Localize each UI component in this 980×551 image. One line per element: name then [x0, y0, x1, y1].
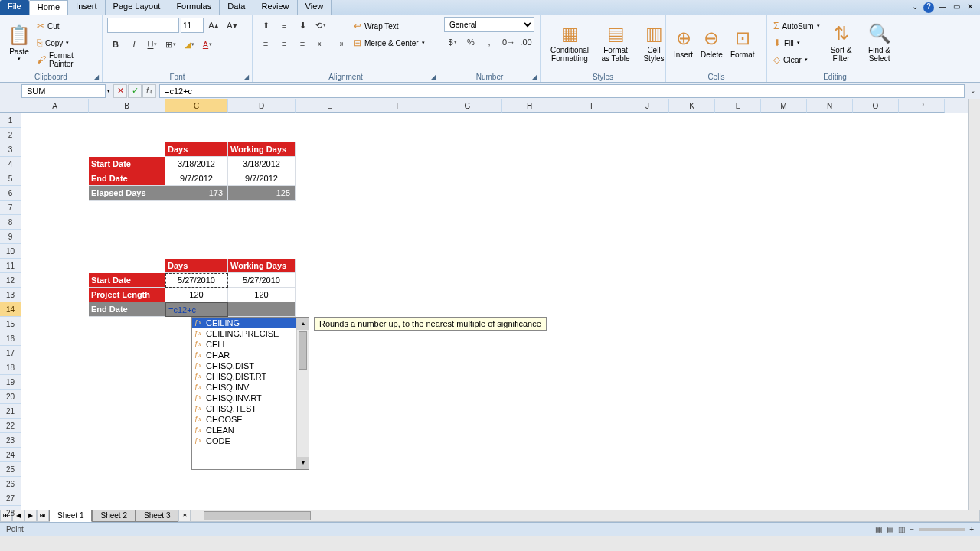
format-painter-button[interactable]: 🖌Format Painter [35, 52, 97, 67]
cell-c5[interactable]: 9/7/2012 [165, 171, 228, 186]
column-header-D[interactable]: D [228, 99, 296, 113]
autocomplete-scrollbar[interactable]: ▴ ▾ [296, 318, 309, 469]
row-header-20[interactable]: 20 [0, 390, 21, 404]
autocomplete-item[interactable]: CHISQ.INV [192, 382, 296, 393]
row-header-26[interactable]: 26 [0, 477, 21, 491]
row-header-2[interactable]: 2 [0, 128, 21, 142]
autocomplete-item[interactable]: CHOOSE [192, 414, 296, 425]
increase-indent-icon[interactable]: ⇥ [331, 35, 348, 52]
tab-home[interactable]: Home [30, 0, 68, 15]
clear-button[interactable]: ◇Clear▾ [772, 52, 822, 67]
cell-c3[interactable]: Days [165, 142, 228, 157]
horizontal-scrollbar[interactable] [191, 510, 980, 522]
restore-icon[interactable]: ▭ [951, 2, 962, 13]
column-header-C[interactable]: C [165, 99, 228, 113]
font-dialog-launcher[interactable]: ◢ [244, 73, 249, 80]
minimize-ribbon-icon[interactable]: ⌄ [910, 2, 920, 13]
column-header-A[interactable]: A [21, 99, 89, 113]
row-header-5[interactable]: 5 [0, 171, 21, 186]
row-header-9[interactable]: 9 [0, 230, 21, 244]
minimize-icon[interactable]: ― [937, 2, 948, 13]
increase-font-icon[interactable]: A▴ [205, 17, 222, 34]
autocomplete-item[interactable]: CELL [192, 339, 296, 350]
cell-d4[interactable]: 3/18/2012 [228, 157, 296, 171]
name-box-dropdown[interactable]: ▾ [107, 88, 110, 94]
row-header-22[interactable]: 22 [0, 419, 21, 433]
cell-d5[interactable]: 9/7/2012 [228, 171, 296, 186]
close-icon[interactable]: ✕ [965, 2, 975, 13]
cell-b5[interactable]: End Date [89, 171, 165, 186]
column-header-G[interactable]: G [433, 99, 502, 113]
cell-b4[interactable]: Start Date [89, 157, 165, 171]
next-sheet-button[interactable]: ▶ [24, 510, 37, 522]
cell-b14[interactable]: End Date [89, 302, 165, 317]
merge-center-button[interactable]: ⊟Merge & Center▾ [352, 35, 426, 51]
increase-decimal-icon[interactable]: .0→ [499, 34, 516, 51]
cell-c6[interactable]: 173 [165, 186, 228, 201]
format-cells-button[interactable]: ⊡Format [727, 17, 758, 69]
row-header-14[interactable]: 14 [0, 302, 21, 317]
row-header-19[interactable]: 19 [0, 375, 21, 390]
comma-icon[interactable]: , [481, 34, 498, 51]
format-as-table-button[interactable]: ▤Format as Table [596, 17, 635, 69]
column-header-H[interactable]: H [502, 99, 557, 113]
sort-filter-button[interactable]: ⇅Sort & Filter [823, 17, 860, 69]
autocomplete-item[interactable]: CHISQ.DIST.RT [192, 371, 296, 382]
cell-b12[interactable]: Start Date [89, 273, 165, 288]
row-header-7[interactable]: 7 [0, 201, 21, 215]
conditional-formatting-button[interactable]: ▦Conditional Formatting [545, 17, 594, 69]
cell-d11[interactable]: Working Days [228, 259, 296, 273]
row-header-23[interactable]: 23 [0, 433, 21, 448]
row-header-28[interactable]: 28 [0, 506, 21, 520]
select-all-corner[interactable] [0, 99, 21, 113]
italic-button[interactable]: I [126, 36, 142, 53]
row-header-27[interactable]: 27 [0, 491, 21, 506]
view-break-icon[interactable]: ▥ [898, 525, 905, 533]
copy-button[interactable]: ⎘Copy▾ [35, 35, 97, 51]
autosum-button[interactable]: ΣAutoSum▾ [772, 18, 822, 34]
alignment-dialog-launcher[interactable]: ◢ [431, 73, 436, 80]
row-header-16[interactable]: 16 [0, 331, 21, 346]
tab-page-layout[interactable]: Page Layout [106, 0, 169, 15]
row-header-25[interactable]: 25 [0, 462, 21, 477]
spreadsheet-grid[interactable]: ABCDEFGHIJKLMNOP 12345678910111213141516… [0, 99, 980, 522]
formula-autocomplete[interactable]: CEILINGCEILING.PRECISECELLCHARCHISQ.DIST… [191, 317, 309, 470]
decrease-decimal-icon[interactable]: .00 [518, 34, 534, 51]
expand-formula-bar[interactable]: ⌄ [971, 88, 975, 94]
align-bottom-icon[interactable]: ⬇ [294, 17, 311, 34]
scroll-thumb[interactable] [299, 331, 307, 370]
row-header-15[interactable]: 15 [0, 317, 21, 331]
row-header-13[interactable]: 13 [0, 288, 21, 302]
tab-insert[interactable]: Insert [68, 0, 106, 15]
cell-d3[interactable]: Working Days [228, 142, 296, 157]
row-header-21[interactable]: 21 [0, 404, 21, 419]
cell-c4[interactable]: 3/18/2012 [165, 157, 228, 171]
cell-c14-editing[interactable]: =c12+c [165, 302, 228, 317]
align-left-icon[interactable]: ≡ [257, 35, 274, 52]
column-header-B[interactable]: B [89, 99, 165, 113]
font-size-select[interactable] [181, 18, 204, 33]
insert-cells-button[interactable]: ⊕Insert [671, 17, 696, 69]
tab-data[interactable]: Data [220, 0, 253, 15]
cell-b6[interactable]: Elapsed Days [89, 186, 165, 201]
autocomplete-item[interactable]: CLEAN [192, 425, 296, 435]
border-button[interactable]: ⊞ [162, 36, 179, 53]
underline-button[interactable]: U [144, 36, 161, 53]
autocomplete-item[interactable]: CHISQ.DIST [192, 360, 296, 371]
percent-icon[interactable]: % [462, 34, 479, 51]
cell-c11[interactable]: Days [165, 259, 228, 273]
tab-view[interactable]: View [298, 0, 332, 15]
cell-d6[interactable]: 125 [228, 186, 296, 201]
column-header-I[interactable]: I [557, 99, 626, 113]
view-normal-icon[interactable]: ▦ [875, 525, 882, 533]
row-header-24[interactable]: 24 [0, 448, 21, 462]
number-dialog-launcher[interactable]: ◢ [532, 73, 537, 80]
autocomplete-item[interactable]: CHISQ.INV.RT [192, 393, 296, 403]
column-header-K[interactable]: K [669, 99, 715, 113]
decrease-font-icon[interactable]: A▾ [224, 17, 240, 34]
cell-c13[interactable]: 120 [165, 288, 228, 302]
align-middle-icon[interactable]: ≡ [276, 17, 292, 34]
cell-d14[interactable] [228, 302, 296, 317]
scroll-down-icon[interactable]: ▾ [297, 457, 309, 469]
autocomplete-item[interactable]: CEILING [192, 318, 296, 328]
